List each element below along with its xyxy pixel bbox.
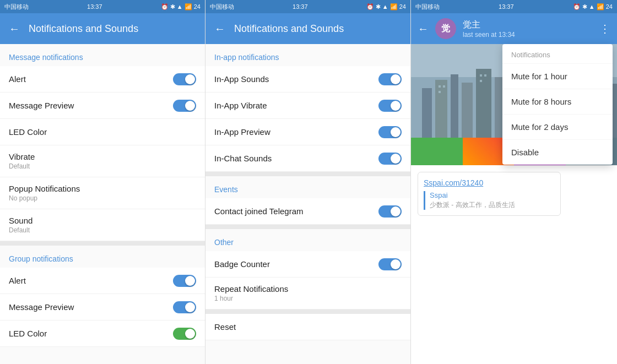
group-led-color-label: LED Color: [9, 329, 47, 338]
carrier-2: 中国移动: [210, 3, 234, 11]
reset-label: Reset: [214, 322, 236, 332]
sound-sublabel: Default: [9, 226, 33, 234]
in-app-preview-toggle[interactable]: [378, 126, 402, 138]
repeat-notifications-sublabel: 1 hour: [214, 295, 288, 302]
panel-3: 中国移动 13:37 ⏰ ✱ ▲ 📶 24 ← 觉 觉主 last seen a…: [411, 0, 617, 364]
section-in-app: In-app notifications: [205, 44, 410, 66]
in-chat-sounds-label: In-Chat Sounds: [214, 154, 272, 163]
vibrate-sublabel: Default: [9, 162, 35, 170]
popup-label: Popup Notifications: [9, 184, 80, 193]
in-chat-sounds-toggle[interactable]: [378, 153, 402, 165]
svg-rect-4: [451, 74, 458, 138]
panel-1-header: ← Notifications and Sounds: [0, 13, 205, 44]
row-repeat-notifications: Repeat Notifications 1 hour: [205, 278, 410, 309]
group-alert-toggle[interactable]: [173, 275, 196, 287]
badge-counter-label: Badge Counter: [214, 259, 270, 269]
row-vibrate: Vibrate Default: [0, 145, 205, 177]
section-other: Other: [205, 229, 410, 251]
mute-2-days[interactable]: Mute for 2 days: [502, 114, 613, 139]
row-led-color: LED Color: [0, 119, 205, 145]
mute-8-hours[interactable]: Mute for 8 hours: [502, 89, 613, 114]
row-in-chat-sounds: In-Chat Sounds: [205, 145, 410, 172]
chat-header-info: 觉主 last seen at 13:34: [463, 19, 593, 39]
time-3: 13:37: [499, 3, 514, 10]
group-message-preview-toggle[interactable]: [173, 301, 196, 313]
back-button-2[interactable]: ←: [214, 23, 225, 35]
svg-rect-5: [462, 83, 473, 138]
panel-1-title: Notifications and Sounds: [29, 23, 138, 35]
chat-status: last seen at 13:34: [463, 31, 593, 39]
message-preview-label: Message Preview: [9, 101, 74, 110]
row-sound: Sound Default: [0, 209, 205, 241]
divider-2b: [205, 225, 410, 229]
divider-2a: [205, 172, 410, 176]
row-in-app-sounds: In-App Sounds: [205, 66, 410, 93]
more-options-icon[interactable]: ⋮: [599, 22, 610, 35]
carrier-1: 中国移动: [4, 3, 29, 11]
chat-back-button[interactable]: ←: [418, 23, 429, 35]
repeat-notifications-label: Repeat Notifications: [214, 284, 288, 294]
contact-joined-toggle[interactable]: [378, 205, 402, 218]
status-icons-1: ⏰ ✱ ▲ 📶 24: [161, 3, 201, 10]
back-button-1[interactable]: ←: [9, 23, 20, 35]
panel-2: 中国移动 13:37 ⏰ ✱ ▲ 📶 24 ← Notifications an…: [205, 0, 411, 364]
row-alert: Alert: [0, 66, 205, 93]
chat-link-site: Sspai: [430, 191, 555, 199]
row-group-led-color: LED Color: [0, 320, 205, 347]
group-led-toggle[interactable]: [173, 328, 196, 340]
chat-link-preview: Sspai 少数派 - 高效工作，品质生活: [424, 191, 555, 210]
svg-rect-19: [484, 74, 486, 77]
svg-rect-20: [480, 80, 482, 82]
row-message-preview: Message Preview: [0, 93, 205, 119]
in-app-vibrate-toggle[interactable]: [378, 100, 402, 112]
thumb-1: [411, 138, 463, 165]
panel-1-content: Message notifications Alert Message Prev…: [0, 44, 205, 364]
chat-header: ← 觉 觉主 last seen at 13:34 ⋮: [411, 13, 617, 44]
avatar: 觉: [435, 18, 456, 39]
vibrate-label: Vibrate: [9, 152, 35, 161]
status-bar-2: 中国移动 13:37 ⏰ ✱ ▲ 📶 24: [205, 0, 410, 13]
divider-2c: [205, 309, 410, 314]
row-in-app-preview: In-App Preview: [205, 119, 410, 145]
message-preview-toggle[interactable]: [173, 100, 196, 112]
svg-rect-6: [476, 69, 491, 138]
row-contact-joined: Contact joined Telegram: [205, 198, 410, 225]
row-badge-counter: Badge Counter: [205, 251, 410, 278]
dropdown-container: Notifications Mute for 1 hour Mute for 8…: [502, 44, 613, 165]
svg-rect-17: [439, 91, 441, 93]
in-app-vibrate-label: In-App Vibrate: [214, 101, 267, 110]
group-message-preview-label: Message Preview: [9, 302, 74, 312]
panel-2-header: ← Notifications and Sounds: [205, 13, 410, 44]
sound-label: Sound: [9, 216, 33, 225]
panel-2-content: In-app notifications In-App Sounds In-Ap…: [205, 44, 410, 364]
status-bar-1: 中国移动 13:37 ⏰ ✱ ▲ 📶 24: [0, 0, 205, 13]
badge-counter-toggle[interactable]: [378, 258, 402, 270]
alert-label: Alert: [9, 74, 26, 84]
mute-1-hour[interactable]: Mute for 1 hour: [502, 63, 613, 89]
disable-notifications[interactable]: Disable: [502, 139, 613, 165]
chat-name: 觉主: [463, 19, 593, 31]
section-message-notifications: Message notifications: [0, 44, 205, 66]
alert-toggle[interactable]: [173, 73, 196, 85]
popup-sublabel: No popup: [9, 194, 80, 202]
divider-1: [0, 241, 205, 246]
row-reset[interactable]: Reset: [205, 314, 410, 340]
carrier-3: 中国移动: [415, 3, 440, 11]
row-group-message-preview: Message Preview: [0, 294, 205, 320]
status-bar-3: 中国移动 13:37 ⏰ ✱ ▲ 📶 24: [411, 0, 617, 13]
status-icons-2: ⏰ ✱ ▲ 📶 24: [366, 3, 406, 10]
time-1: 13:37: [87, 3, 102, 10]
svg-rect-3: [435, 80, 447, 138]
chat-link-desc: 少数派 - 高效工作，品质生活: [430, 200, 555, 210]
in-app-preview-label: In-App Preview: [214, 127, 270, 137]
panel-1: 中国移动 13:37 ⏰ ✱ ▲ 📶 24 ← Notifications an…: [0, 0, 205, 364]
svg-rect-2: [422, 88, 432, 138]
dropdown-header: Notifications: [502, 44, 613, 63]
section-group-notifications: Group notifications: [0, 246, 205, 268]
panel-2-title: Notifications and Sounds: [234, 23, 344, 35]
chat-messages: Sspai.com/31240 Sspai 少数派 - 高效工作，品质生活: [411, 165, 617, 364]
row-in-app-vibrate: In-App Vibrate: [205, 93, 410, 119]
chat-link-url[interactable]: Sspai.com/31240: [424, 178, 483, 187]
in-app-sounds-toggle[interactable]: [378, 73, 402, 85]
time-2: 13:37: [293, 3, 308, 10]
